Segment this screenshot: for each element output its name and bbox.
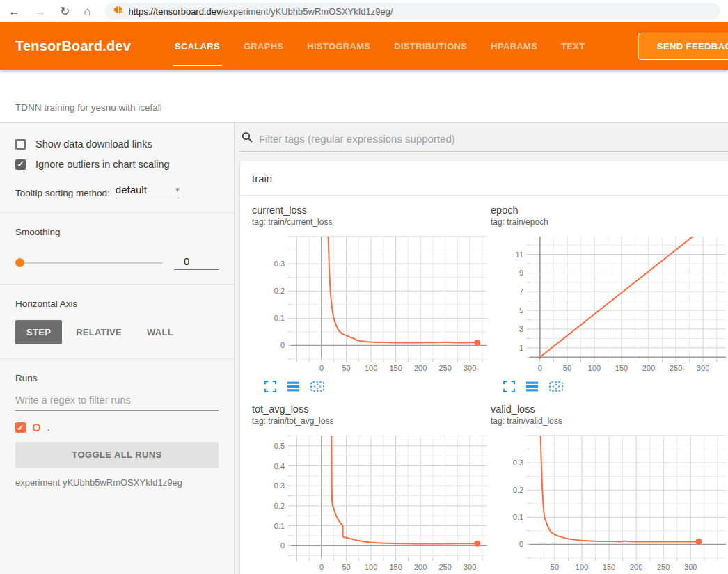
relative-axis-button[interactable]: RELATIVE [65,320,133,344]
run-color-ring [33,424,40,431]
checkbox-icon[interactable]: ✓ [15,159,26,170]
show-download-links-checkbox-row[interactable]: ✓ Show data download links [15,138,219,150]
chart-title: epoch [491,205,728,216]
chart-title: valid_loss [491,404,728,415]
forward-icon[interactable]: → [34,6,46,17]
svg-text:0.1: 0.1 [274,314,285,322]
line-chart-epoch[interactable]: 0501001502002503001357911 [491,234,727,377]
svg-text:0.3: 0.3 [274,481,285,490]
experiment-bar: TDNN training for yesno with icefall [0,70,728,123]
run-checkbox[interactable]: ✓ [15,422,26,433]
slider-thumb[interactable] [15,258,24,267]
train-section-header[interactable]: train [240,161,728,196]
experiment-title: TDNN training for yesno with icefall [15,102,162,113]
svg-text:250: 250 [670,364,682,372]
svg-text:150: 150 [603,563,615,571]
checkbox-label: Show data download links [35,138,152,150]
smoothing-slider[interactable] [15,262,163,264]
svg-text:300: 300 [464,364,476,372]
main-panel: train current_loss tag: train/current_lo… [235,123,728,574]
fullscreen-icon[interactable] [503,381,516,392]
fit-domain-icon[interactable] [310,381,323,392]
svg-text:0.2: 0.2 [274,287,285,295]
tab-distributions[interactable]: DISTRIBUTIONS [382,22,479,70]
line-chart-tot-avg-loss[interactable]: 05010015020025030000.10.20.30.40.5 [252,433,489,574]
wall-axis-button[interactable]: WALL [136,320,184,344]
svg-text:50: 50 [563,364,571,372]
runs-filter-input[interactable] [15,394,219,411]
chevron-down-icon: ▾ [175,185,180,194]
tab-text[interactable]: TEXT [549,22,596,70]
svg-text:0: 0 [319,563,324,571]
run-row[interactable]: ✓ . [15,422,219,433]
svg-text:0: 0 [319,364,324,372]
svg-text:50: 50 [342,364,350,372]
chart-tag: tag: train/current_loss [252,217,491,227]
line-chart-valid-loss[interactable]: 5010015020025030000.10.20.3 [491,433,727,574]
step-axis-button[interactable]: STEP [15,320,62,344]
svg-text:300: 300 [684,563,697,571]
toggle-all-runs-button[interactable]: TOGGLE ALL RUNS [15,442,219,468]
tag-filter-row [240,130,728,152]
svg-text:100: 100 [588,364,601,372]
tab-scalars[interactable]: SCALARS [163,22,232,70]
chart-toolbar [503,381,728,392]
app-header: TensorBoard.dev SCALARS GRAPHS HISTOGRAM… [0,22,728,70]
fit-domain-icon[interactable] [549,381,562,392]
tooltip-sorting-label: Tooltip sorting method: [15,188,110,198]
svg-text:0: 0 [538,364,542,372]
chart-card-valid-loss: valid_loss tag: train/valid_loss 5010015… [491,404,728,574]
smoothing-label: Smoothing [15,227,219,237]
svg-text:0.2: 0.2 [274,502,285,510]
back-icon[interactable]: ← [8,6,20,17]
reload-icon[interactable]: ↻ [60,6,70,17]
svg-text:0.3: 0.3 [274,260,285,268]
chart-tag: tag: train/tot_avg_loss [252,416,491,426]
svg-text:0.3: 0.3 [513,459,523,467]
train-section-card: train current_loss tag: train/current_lo… [240,161,728,574]
chart-title: tot_avg_loss [252,404,491,415]
tab-hparams[interactable]: HPARAMS [479,22,549,70]
svg-text:300: 300 [464,563,476,571]
tooltip-sorting-select[interactable]: default ▾ [116,184,180,198]
svg-text:150: 150 [615,364,628,372]
svg-text:100: 100 [576,563,588,571]
address-bar[interactable]: https://tensorboard.dev/experiment/yKUbh… [105,3,720,19]
horizontal-axis-label: Horizontal Axis [15,298,219,309]
svg-text:0.5: 0.5 [274,442,285,450]
svg-text:250: 250 [438,364,451,372]
checkbox-icon[interactable]: ✓ [15,139,26,150]
tooltip-sorting-value: default [116,184,147,196]
smoothing-value-input[interactable] [174,255,219,270]
chart-card-tot-avg-loss: tot_avg_loss tag: train/tot_avg_loss 050… [252,404,491,574]
svg-text:200: 200 [414,364,427,372]
svg-text:100: 100 [365,563,377,571]
line-chart-current-loss[interactable]: 05010015020025030000.10.20.3 [252,234,489,377]
log-scale-icon[interactable] [287,381,300,392]
settings-sidebar: ✓ Show data download links ✓ Ignore outl… [0,123,235,574]
divider [0,358,234,359]
svg-text:0.2: 0.2 [513,486,523,494]
tab-histograms[interactable]: HISTOGRAMS [295,22,382,70]
tag-filter-input[interactable] [259,133,728,145]
divider [0,212,234,213]
svg-text:200: 200 [630,563,642,571]
svg-text:1: 1 [519,344,523,352]
fullscreen-icon[interactable] [264,381,277,392]
tab-graphs[interactable]: GRAPHS [232,22,295,70]
tensorboard-favicon [113,5,123,17]
ignore-outliers-checkbox-row[interactable]: ✓ Ignore outliers in chart scaling [15,159,219,170]
svg-text:0.1: 0.1 [274,522,285,530]
brand-title: TensorBoard.dev [15,38,131,54]
svg-text:50: 50 [342,563,350,571]
svg-text:250: 250 [657,563,670,571]
send-feedback-button[interactable]: SEND FEEDBACK [638,33,728,60]
svg-text:11: 11 [516,250,523,259]
browser-toolbar: ← → ↻ ⌂ https://tensorboard.dev/experime… [0,0,728,22]
home-icon[interactable]: ⌂ [84,6,90,17]
chart-card-epoch: epoch tag: train/epoch 05010015020025030… [491,205,728,404]
log-scale-icon[interactable] [526,381,539,392]
svg-text:7: 7 [519,287,523,296]
svg-text:9: 9 [519,269,523,277]
chart-card-current-loss: current_loss tag: train/current_loss 050… [252,205,491,404]
